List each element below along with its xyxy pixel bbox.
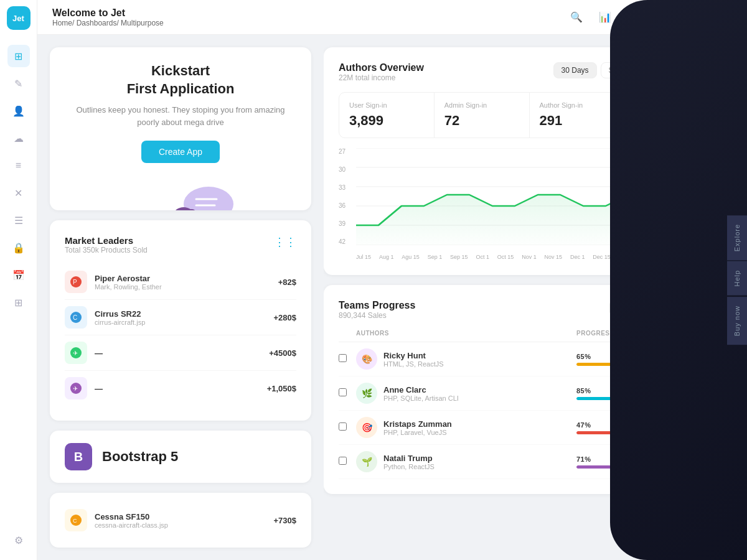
svg-text:✈: ✈ <box>73 385 78 392</box>
market-info-3: — <box>95 348 261 358</box>
market-info-4: — <box>95 384 260 393</box>
svg-text:C: C <box>73 518 77 524</box>
cessna-info: Cessna SF150 cessna-aircraft-class.jsp <box>95 512 266 529</box>
market-item-2: C Cirrus SR22 cirrus-aircraft.jsp +280$ <box>65 300 296 335</box>
bootstrap-banner: B Bootstrap 5 <box>50 431 311 483</box>
team-author-anne: 🌿 Anne Clarc PHP, SQLite, Artisan CLI <box>356 383 576 404</box>
authors-header-left: Authors Overview 22M total income <box>339 62 546 82</box>
market-leaders-card: Market Leaders Total 350k Products Sold … <box>50 220 311 421</box>
breadcrumb-dashboards[interactable]: Dashboards/ <box>77 19 121 27</box>
authors-title: Authors Overview <box>339 62 546 73</box>
market-logo-1: P <box>65 271 87 293</box>
market-logo-4: ✈ <box>65 377 87 399</box>
market-leaders-title: Market Leaders <box>65 235 148 246</box>
team-author-natali: 🌱 Natali Trump Python, ReactJS <box>356 451 576 472</box>
market-info-2: Cirrus SR22 cirrus-aircraft.jsp <box>95 309 266 326</box>
market-item-4: ✈ — +1,050$ <box>65 371 296 406</box>
svg-text:✈: ✈ <box>73 350 78 357</box>
market-logo-2: C <box>65 306 87 329</box>
team-avatar-anne: 🌿 <box>356 383 377 404</box>
svg-text:C: C <box>73 314 77 321</box>
sidebar-item-menu[interactable]: ☰ <box>7 209 30 231</box>
authors-subtitle: 22M total income <box>339 73 546 82</box>
page-title: Welcome to Jet <box>52 7 559 19</box>
svg-text:P: P <box>73 279 77 286</box>
teams-subtitle: 890,344 Sales <box>339 311 602 320</box>
sidebar-item-settings[interactable]: ⚙ <box>7 529 30 551</box>
team-checkbox-natali[interactable] <box>339 457 347 465</box>
team-avatar-kristaps: 🎯 <box>356 417 377 438</box>
create-app-button[interactable]: Create App <box>141 141 220 163</box>
breadcrumb: Home/ Dashboards/ Multipurpose <box>52 19 559 27</box>
illustration-area <box>65 173 296 210</box>
kickstart-description: Outlines keep you honest. They stoping y… <box>65 104 296 128</box>
side-buttons: Explore Help Buy now <box>727 215 747 345</box>
cessna-item: C Cessna SF150 cessna-aircraft-class.jsp… <box>65 503 296 538</box>
sidebar-item-lock[interactable]: 🔒 <box>7 236 30 259</box>
teams-header-left: Teams Progress 890,344 Sales <box>339 300 602 320</box>
team-checkbox-ricky[interactable] <box>339 354 347 362</box>
sidebar-item-edit[interactable]: ✎ <box>7 72 30 95</box>
team-author-ricky: 🎨 Ricky Hunt HTML, JS, ReactJS <box>356 348 576 370</box>
tab-30days[interactable]: 30 Days <box>553 62 597 78</box>
sidebar-item-user[interactable]: 👤 <box>7 100 30 122</box>
market-info-1: Piper Aerostar Mark, Rowling, Esther <box>95 274 271 291</box>
buy-now-button[interactable]: Buy now <box>727 297 747 345</box>
stat-user-signin: User Sign-in 3,899 <box>339 93 435 138</box>
help-button[interactable]: Help <box>727 261 747 296</box>
kickstart-title: Kickstart First Application <box>65 62 296 98</box>
explore-button[interactable]: Explore <box>727 215 747 260</box>
market-logo-3: ✈ <box>65 342 87 364</box>
team-avatar-natali: 🌱 <box>356 451 377 472</box>
sidebar-item-list[interactable]: ≡ <box>7 154 30 177</box>
market-item-1: P Piper Aerostar Mark, Rowling, Esther +… <box>65 264 296 300</box>
dark-overlay <box>610 0 747 560</box>
logo[interactable]: Jet <box>7 6 31 30</box>
sidebar-item-calendar[interactable]: 📅 <box>7 264 30 286</box>
team-author-kristaps: 🎯 Kristaps Zumman PHP, Laravel, VueJS <box>356 417 576 438</box>
cessna-card: C Cessna SF150 cessna-aircraft-class.jsp… <box>50 493 311 548</box>
sidebar-item-close[interactable]: ✕ <box>7 182 30 204</box>
kickstart-card: Kickstart First Application Outlines kee… <box>50 47 311 210</box>
breadcrumb-current: Multipurpose <box>121 19 164 27</box>
teams-title: Teams Progress <box>339 300 602 311</box>
sidebar-item-cloud[interactable]: ☁ <box>7 127 30 149</box>
search-icon[interactable]: 🔍 <box>566 7 586 27</box>
breadcrumb-home[interactable]: Home/ <box>52 19 77 27</box>
bootstrap-text: Bootstrap 5 <box>102 449 178 465</box>
sidebar-item-dashboard[interactable]: ⊞ <box>7 45 30 67</box>
market-leaders-menu[interactable]: ⋮⋮ <box>274 235 296 249</box>
kickstart-illustration <box>118 173 243 210</box>
sidebar-item-grid2[interactable]: ⊞ <box>7 291 30 314</box>
stat-admin-signin: Admin Sign-in 72 <box>435 93 530 138</box>
team-checkbox-kristaps[interactable] <box>339 422 347 431</box>
sidebar: Jet ⊞ ✎ 👤 ☁ ≡ ✕ ☰ 🔒 📅 ⊞ ⚙ <box>0 0 37 560</box>
team-avatar-ricky: 🎨 <box>356 348 377 370</box>
cessna-logo: C <box>65 509 87 531</box>
chart-y-labels: 42 39 36 33 30 27 <box>339 148 345 245</box>
bootstrap-logo: B <box>65 443 92 470</box>
team-checkbox-anne[interactable] <box>339 388 347 396</box>
market-leaders-subtitle: Total 350k Products Sold <box>65 246 148 254</box>
header-title-area: Welcome to Jet Home/ Dashboards/ Multipu… <box>52 7 559 27</box>
market-item-3: ✈ — +4500$ <box>65 335 296 371</box>
left-panel: Kickstart First Application Outlines kee… <box>37 35 324 560</box>
